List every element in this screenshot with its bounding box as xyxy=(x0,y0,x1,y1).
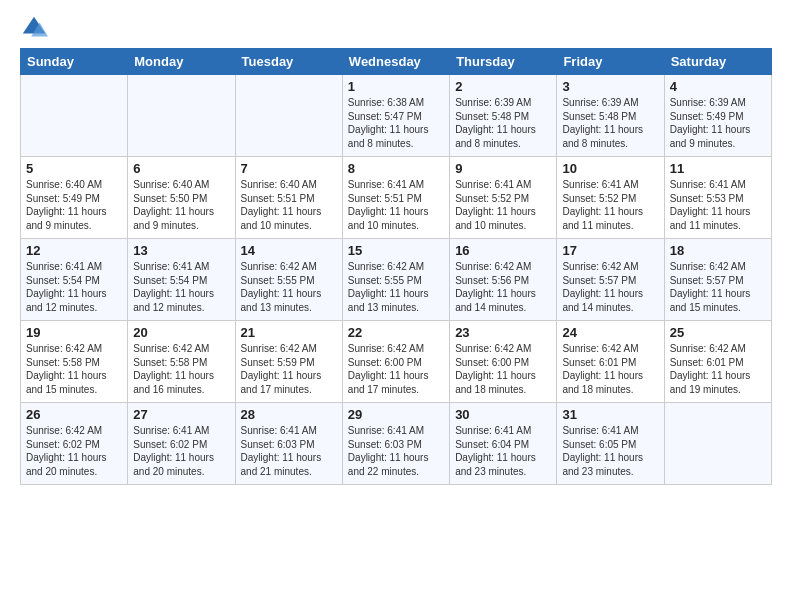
day-cell-7: 7Sunrise: 6:40 AMSunset: 5:51 PMDaylight… xyxy=(235,157,342,239)
day-number: 5 xyxy=(26,161,122,176)
day-info: Sunrise: 6:40 AMSunset: 5:50 PMDaylight:… xyxy=(133,178,229,232)
day-info: Sunrise: 6:42 AMSunset: 6:01 PMDaylight:… xyxy=(670,342,766,396)
day-number: 2 xyxy=(455,79,551,94)
calendar-table: SundayMondayTuesdayWednesdayThursdayFrid… xyxy=(20,48,772,485)
day-number: 23 xyxy=(455,325,551,340)
day-cell-13: 13Sunrise: 6:41 AMSunset: 5:54 PMDayligh… xyxy=(128,239,235,321)
week-row-1: 1Sunrise: 6:38 AMSunset: 5:47 PMDaylight… xyxy=(21,75,772,157)
week-row-4: 19Sunrise: 6:42 AMSunset: 5:58 PMDayligh… xyxy=(21,321,772,403)
day-number: 3 xyxy=(562,79,658,94)
empty-cell xyxy=(235,75,342,157)
day-number: 24 xyxy=(562,325,658,340)
page: SundayMondayTuesdayWednesdayThursdayFrid… xyxy=(0,0,792,612)
weekday-header-row: SundayMondayTuesdayWednesdayThursdayFrid… xyxy=(21,49,772,75)
day-info: Sunrise: 6:42 AMSunset: 6:01 PMDaylight:… xyxy=(562,342,658,396)
day-number: 10 xyxy=(562,161,658,176)
day-number: 1 xyxy=(348,79,444,94)
weekday-header-sunday: Sunday xyxy=(21,49,128,75)
day-info: Sunrise: 6:38 AMSunset: 5:47 PMDaylight:… xyxy=(348,96,444,150)
day-cell-24: 24Sunrise: 6:42 AMSunset: 6:01 PMDayligh… xyxy=(557,321,664,403)
day-number: 17 xyxy=(562,243,658,258)
day-info: Sunrise: 6:39 AMSunset: 5:48 PMDaylight:… xyxy=(562,96,658,150)
day-number: 20 xyxy=(133,325,229,340)
day-info: Sunrise: 6:40 AMSunset: 5:49 PMDaylight:… xyxy=(26,178,122,232)
logo-icon xyxy=(20,14,48,42)
day-number: 11 xyxy=(670,161,766,176)
day-cell-14: 14Sunrise: 6:42 AMSunset: 5:55 PMDayligh… xyxy=(235,239,342,321)
day-cell-29: 29Sunrise: 6:41 AMSunset: 6:03 PMDayligh… xyxy=(342,403,449,485)
weekday-header-saturday: Saturday xyxy=(664,49,771,75)
day-cell-22: 22Sunrise: 6:42 AMSunset: 6:00 PMDayligh… xyxy=(342,321,449,403)
day-info: Sunrise: 6:42 AMSunset: 6:00 PMDaylight:… xyxy=(455,342,551,396)
day-number: 27 xyxy=(133,407,229,422)
day-info: Sunrise: 6:41 AMSunset: 5:54 PMDaylight:… xyxy=(26,260,122,314)
day-number: 9 xyxy=(455,161,551,176)
day-cell-4: 4Sunrise: 6:39 AMSunset: 5:49 PMDaylight… xyxy=(664,75,771,157)
day-cell-31: 31Sunrise: 6:41 AMSunset: 6:05 PMDayligh… xyxy=(557,403,664,485)
day-cell-25: 25Sunrise: 6:42 AMSunset: 6:01 PMDayligh… xyxy=(664,321,771,403)
day-number: 29 xyxy=(348,407,444,422)
day-number: 6 xyxy=(133,161,229,176)
logo xyxy=(20,14,52,42)
day-cell-23: 23Sunrise: 6:42 AMSunset: 6:00 PMDayligh… xyxy=(450,321,557,403)
day-info: Sunrise: 6:41 AMSunset: 5:52 PMDaylight:… xyxy=(455,178,551,232)
weekday-header-wednesday: Wednesday xyxy=(342,49,449,75)
day-cell-19: 19Sunrise: 6:42 AMSunset: 5:58 PMDayligh… xyxy=(21,321,128,403)
empty-cell xyxy=(128,75,235,157)
day-info: Sunrise: 6:42 AMSunset: 5:56 PMDaylight:… xyxy=(455,260,551,314)
day-cell-1: 1Sunrise: 6:38 AMSunset: 5:47 PMDaylight… xyxy=(342,75,449,157)
day-cell-10: 10Sunrise: 6:41 AMSunset: 5:52 PMDayligh… xyxy=(557,157,664,239)
day-number: 8 xyxy=(348,161,444,176)
weekday-header-monday: Monday xyxy=(128,49,235,75)
day-number: 18 xyxy=(670,243,766,258)
day-info: Sunrise: 6:42 AMSunset: 5:55 PMDaylight:… xyxy=(348,260,444,314)
day-info: Sunrise: 6:41 AMSunset: 5:53 PMDaylight:… xyxy=(670,178,766,232)
day-info: Sunrise: 6:42 AMSunset: 5:59 PMDaylight:… xyxy=(241,342,337,396)
header xyxy=(20,10,772,42)
day-number: 31 xyxy=(562,407,658,422)
day-info: Sunrise: 6:41 AMSunset: 6:02 PMDaylight:… xyxy=(133,424,229,478)
day-number: 25 xyxy=(670,325,766,340)
day-cell-3: 3Sunrise: 6:39 AMSunset: 5:48 PMDaylight… xyxy=(557,75,664,157)
day-cell-26: 26Sunrise: 6:42 AMSunset: 6:02 PMDayligh… xyxy=(21,403,128,485)
week-row-2: 5Sunrise: 6:40 AMSunset: 5:49 PMDaylight… xyxy=(21,157,772,239)
day-cell-28: 28Sunrise: 6:41 AMSunset: 6:03 PMDayligh… xyxy=(235,403,342,485)
day-number: 14 xyxy=(241,243,337,258)
week-row-5: 26Sunrise: 6:42 AMSunset: 6:02 PMDayligh… xyxy=(21,403,772,485)
day-number: 16 xyxy=(455,243,551,258)
day-cell-30: 30Sunrise: 6:41 AMSunset: 6:04 PMDayligh… xyxy=(450,403,557,485)
weekday-header-tuesday: Tuesday xyxy=(235,49,342,75)
day-number: 21 xyxy=(241,325,337,340)
day-info: Sunrise: 6:39 AMSunset: 5:49 PMDaylight:… xyxy=(670,96,766,150)
day-cell-5: 5Sunrise: 6:40 AMSunset: 5:49 PMDaylight… xyxy=(21,157,128,239)
day-info: Sunrise: 6:41 AMSunset: 6:03 PMDaylight:… xyxy=(348,424,444,478)
day-cell-9: 9Sunrise: 6:41 AMSunset: 5:52 PMDaylight… xyxy=(450,157,557,239)
day-info: Sunrise: 6:41 AMSunset: 6:04 PMDaylight:… xyxy=(455,424,551,478)
day-cell-6: 6Sunrise: 6:40 AMSunset: 5:50 PMDaylight… xyxy=(128,157,235,239)
weekday-header-friday: Friday xyxy=(557,49,664,75)
day-info: Sunrise: 6:41 AMSunset: 6:03 PMDaylight:… xyxy=(241,424,337,478)
day-number: 12 xyxy=(26,243,122,258)
day-number: 28 xyxy=(241,407,337,422)
day-info: Sunrise: 6:42 AMSunset: 5:57 PMDaylight:… xyxy=(562,260,658,314)
day-number: 13 xyxy=(133,243,229,258)
day-number: 15 xyxy=(348,243,444,258)
empty-cell xyxy=(664,403,771,485)
week-row-3: 12Sunrise: 6:41 AMSunset: 5:54 PMDayligh… xyxy=(21,239,772,321)
day-info: Sunrise: 6:41 AMSunset: 5:54 PMDaylight:… xyxy=(133,260,229,314)
day-cell-2: 2Sunrise: 6:39 AMSunset: 5:48 PMDaylight… xyxy=(450,75,557,157)
day-number: 30 xyxy=(455,407,551,422)
day-cell-15: 15Sunrise: 6:42 AMSunset: 5:55 PMDayligh… xyxy=(342,239,449,321)
day-number: 7 xyxy=(241,161,337,176)
day-cell-27: 27Sunrise: 6:41 AMSunset: 6:02 PMDayligh… xyxy=(128,403,235,485)
day-cell-21: 21Sunrise: 6:42 AMSunset: 5:59 PMDayligh… xyxy=(235,321,342,403)
day-info: Sunrise: 6:42 AMSunset: 5:55 PMDaylight:… xyxy=(241,260,337,314)
day-cell-20: 20Sunrise: 6:42 AMSunset: 5:58 PMDayligh… xyxy=(128,321,235,403)
day-info: Sunrise: 6:42 AMSunset: 6:02 PMDaylight:… xyxy=(26,424,122,478)
day-info: Sunrise: 6:41 AMSunset: 6:05 PMDaylight:… xyxy=(562,424,658,478)
day-info: Sunrise: 6:42 AMSunset: 5:58 PMDaylight:… xyxy=(133,342,229,396)
day-cell-12: 12Sunrise: 6:41 AMSunset: 5:54 PMDayligh… xyxy=(21,239,128,321)
day-cell-18: 18Sunrise: 6:42 AMSunset: 5:57 PMDayligh… xyxy=(664,239,771,321)
day-info: Sunrise: 6:41 AMSunset: 5:52 PMDaylight:… xyxy=(562,178,658,232)
day-number: 22 xyxy=(348,325,444,340)
